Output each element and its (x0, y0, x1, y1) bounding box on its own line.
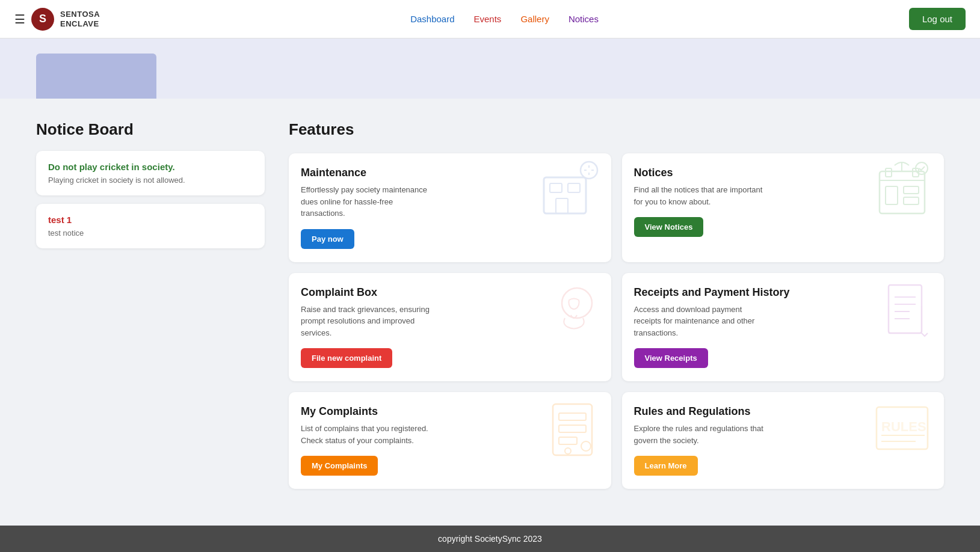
learn-more-button[interactable]: Learn More (634, 456, 698, 476)
file-complaint-button[interactable]: File new complaint (301, 348, 392, 368)
svg-rect-9 (904, 186, 919, 194)
nav-link-gallery[interactable]: Gallery (520, 14, 549, 24)
notice-body-2: test notice (48, 228, 253, 238)
svg-rect-21 (559, 437, 577, 444)
features-heading: Features (289, 120, 944, 139)
svg-rect-2 (568, 183, 580, 192)
footer: copyright SocietySync 2023 (0, 526, 980, 552)
nav-left: ☰ S SENTOSA ENCLAVE (14, 8, 100, 31)
complaint-title: Complaint Box (301, 286, 599, 299)
notice-board: Notice Board Do not play cricket in soci… (36, 120, 265, 489)
features-section: Features Maintenance (289, 120, 944, 489)
feature-card-receipts: Receipts and Payment History Access and … (622, 273, 945, 382)
brand-name: SENTOSA ENCLAVE (60, 10, 100, 28)
svg-rect-3 (556, 198, 568, 213)
hamburger-icon[interactable]: ☰ (14, 12, 25, 26)
notice-body-1: Playing cricket in society is not allowe… (48, 176, 253, 185)
notice-card-2: test 1 test notice (36, 204, 265, 248)
logo-letter: S (39, 13, 46, 25)
notice-title-1: Do not play cricket in society. (48, 162, 253, 172)
pay-now-button[interactable]: Pay now (301, 229, 354, 249)
svg-rect-10 (904, 197, 919, 204)
svg-rect-0 (544, 177, 586, 213)
receipts-desc: Access and download payment receipts for… (634, 304, 766, 339)
nav-link-events[interactable]: Events (474, 14, 502, 24)
svg-rect-8 (886, 186, 898, 204)
feature-card-my-complaints: My Complaints List of complains that you… (289, 392, 611, 489)
notice-card-1: Do not play cricket in society. Playing … (36, 151, 265, 195)
my-complaints-title: My Complaints (301, 405, 599, 418)
nav-link-notices[interactable]: Notices (569, 14, 599, 24)
complaint-desc: Raise and track grievances, ensuring pro… (301, 304, 433, 339)
svg-text:RULES: RULES (881, 419, 926, 434)
view-notices-button[interactable]: View Notices (634, 217, 704, 237)
notices-title: Notices (634, 167, 932, 179)
view-receipts-button[interactable]: View Receipts (634, 348, 708, 368)
svg-point-23 (565, 448, 571, 454)
notice-title-2: test 1 (48, 215, 253, 225)
maintenance-desc: Effortlessly pay society maintenance due… (301, 184, 433, 219)
svg-rect-1 (550, 183, 562, 192)
my-complaints-button[interactable]: My Complaints (301, 456, 378, 476)
hero-card-stub (36, 54, 156, 99)
main-content: Notice Board Do not play cricket in soci… (0, 99, 980, 511)
nav-links: Dashboard Events Gallery Notices (410, 14, 599, 24)
rules-desc: Explore the rules and regulations that g… (634, 423, 766, 446)
rules-title: Rules and Regulations (634, 405, 932, 418)
svg-rect-20 (559, 425, 586, 432)
page-body: Notice Board Do not play cricket in soci… (0, 38, 980, 526)
feature-card-rules: RULES Rules and Regulations Explore the … (622, 392, 945, 489)
hero-banner (0, 38, 980, 99)
logo-circle: S (31, 8, 54, 31)
feature-card-maintenance: Maintenance Effortlessly pay society mai… (289, 153, 611, 262)
features-grid: Maintenance Effortlessly pay society mai… (289, 153, 944, 489)
my-complaints-desc: List of complains that you registered. C… (301, 423, 433, 446)
logout-button[interactable]: Log out (909, 8, 966, 30)
feature-card-complaint: Complaint Box Raise and track grievances… (289, 273, 611, 382)
receipts-title: Receipts and Payment History (634, 286, 932, 299)
navbar: ☰ S SENTOSA ENCLAVE Dashboard Events Gal… (0, 0, 980, 38)
footer-text: copyright SocietySync 2023 (438, 534, 542, 544)
feature-card-notices: Notices Find all the notices that are im… (622, 153, 945, 262)
nav-link-dashboard[interactable]: Dashboard (410, 14, 454, 24)
svg-point-22 (581, 441, 591, 451)
maintenance-title: Maintenance (301, 167, 599, 179)
notice-board-heading: Notice Board (36, 120, 265, 139)
notices-desc: Find all the notices that are important … (634, 184, 766, 207)
